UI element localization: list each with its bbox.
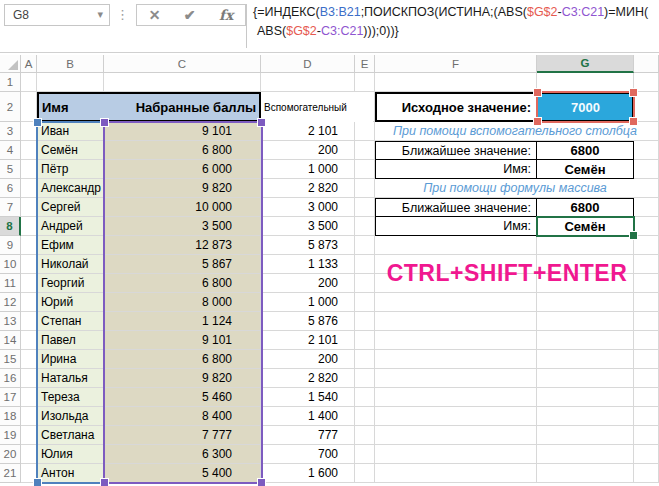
cell-F18[interactable] (375, 407, 537, 426)
cell-F2[interactable] (375, 92, 537, 122)
cell-B12[interactable]: Юрий (37, 293, 104, 312)
cancel-icon[interactable]: ✕ (149, 5, 161, 25)
cell-E17[interactable] (355, 388, 375, 407)
row-header-19[interactable]: 19 (0, 426, 21, 445)
cell-D6[interactable]: 2 820 (261, 179, 355, 198)
row-header-14[interactable]: 14 (0, 331, 21, 350)
col-header-A[interactable]: A (21, 55, 37, 73)
cell-C21[interactable]: 5 400 (104, 464, 261, 483)
cell-D18[interactable]: 1 400 (261, 407, 355, 426)
cell-C13[interactable]: 1 124 (104, 312, 261, 331)
cell-D9[interactable]: 5 873 (261, 236, 355, 255)
cell-D13[interactable]: 5 876 (261, 312, 355, 331)
cell-A7[interactable] (21, 198, 37, 217)
cell-G12[interactable] (537, 293, 634, 312)
cell-H14[interactable] (634, 331, 659, 350)
cell-D11[interactable]: 200 (261, 274, 355, 293)
cell-D4[interactable]: 200 (261, 141, 355, 160)
cell-H6[interactable] (634, 179, 659, 198)
cell-A8[interactable] (21, 217, 37, 236)
cell-C18[interactable]: 8 400 (104, 407, 261, 426)
cell-C2[interactable] (104, 92, 261, 122)
cell-A20[interactable] (21, 445, 37, 464)
cell-C8[interactable]: 3 500 (104, 217, 261, 236)
row-header-12[interactable]: 12 (0, 293, 21, 312)
cell-E2[interactable] (355, 92, 375, 122)
cell-H20[interactable] (634, 445, 659, 464)
row-header-11[interactable]: 11 (0, 274, 21, 293)
cell-F3[interactable] (375, 122, 537, 141)
col-header-G[interactable]: G (537, 55, 634, 73)
cell-H11[interactable] (634, 274, 659, 293)
cell-C7[interactable]: 10 000 (104, 198, 261, 217)
cell-H18[interactable] (634, 407, 659, 426)
cell-H17[interactable] (634, 388, 659, 407)
row-header-2[interactable]: 2 (0, 92, 21, 122)
cell-A1[interactable] (21, 73, 37, 92)
cell-D8[interactable]: 3 500 (261, 217, 355, 236)
cell-H16[interactable] (634, 369, 659, 388)
col-header-F[interactable]: F (375, 55, 537, 73)
cell-B5[interactable]: Пётр (37, 160, 104, 179)
cell-G7[interactable] (537, 198, 634, 217)
cell-H1[interactable] (634, 73, 659, 92)
cell-A4[interactable] (21, 141, 37, 160)
row-header-5[interactable]: 5 (0, 160, 21, 179)
cell-F12[interactable] (375, 293, 537, 312)
cell-C6[interactable]: 9 820 (104, 179, 261, 198)
cell-C14[interactable]: 9 101 (104, 331, 261, 350)
cell-G20[interactable] (537, 445, 634, 464)
cell-C19[interactable]: 7 777 (104, 426, 261, 445)
cell-F16[interactable] (375, 369, 537, 388)
cell-E3[interactable] (355, 122, 375, 141)
cell-C16[interactable]: 9 820 (104, 369, 261, 388)
cell-A21[interactable] (21, 464, 37, 483)
cell-A12[interactable] (21, 293, 37, 312)
cell-C1[interactable] (104, 73, 261, 92)
cell-E12[interactable] (355, 293, 375, 312)
name-box[interactable]: G8 ▾ (4, 4, 110, 26)
cell-E9[interactable] (355, 236, 375, 255)
cell-G14[interactable] (537, 331, 634, 350)
cell-B18[interactable]: Изольда (37, 407, 104, 426)
cell-A10[interactable] (21, 255, 37, 274)
cell-A6[interactable] (21, 179, 37, 198)
cell-D1[interactable] (261, 73, 355, 92)
row-header-16[interactable]: 16 (0, 369, 21, 388)
cell-G11[interactable] (537, 274, 634, 293)
row-header-4[interactable]: 4 (0, 141, 21, 160)
row-header-10[interactable]: 10 (0, 255, 21, 274)
insert-function-icon[interactable]: fx (219, 5, 233, 25)
cell-G19[interactable] (537, 426, 634, 445)
cell-H5[interactable] (634, 160, 659, 179)
cell-A16[interactable] (21, 369, 37, 388)
cell-G3[interactable] (537, 122, 634, 141)
cell-G6[interactable] (537, 179, 634, 198)
cell-B7[interactable]: Сергей (37, 198, 104, 217)
cell-F15[interactable] (375, 350, 537, 369)
cell-G16[interactable] (537, 369, 634, 388)
cell-G18[interactable] (537, 407, 634, 426)
cell-A9[interactable] (21, 236, 37, 255)
cell-B8[interactable]: Андрей (37, 217, 104, 236)
cell-C4[interactable]: 6 800 (104, 141, 261, 160)
row-header-1[interactable]: 1 (0, 73, 21, 92)
cell-E10[interactable] (355, 255, 375, 274)
cell-D3[interactable]: 2 101 (261, 122, 355, 141)
cell-E7[interactable] (355, 198, 375, 217)
cell-G8[interactable] (537, 217, 634, 236)
row-header-6[interactable]: 6 (0, 179, 21, 198)
cell-F17[interactable] (375, 388, 537, 407)
cell-C12[interactable]: 8 000 (104, 293, 261, 312)
cell-A13[interactable] (21, 312, 37, 331)
cell-B21[interactable]: Антон (37, 464, 104, 483)
cell-A2[interactable] (21, 92, 37, 122)
cell-E1[interactable] (355, 73, 375, 92)
cell-C15[interactable]: 6 800 (104, 350, 261, 369)
cell-A19[interactable] (21, 426, 37, 445)
cell-A5[interactable] (21, 160, 37, 179)
cell-C20[interactable]: 6 300 (104, 445, 261, 464)
row-header-13[interactable]: 13 (0, 312, 21, 331)
cell-H7[interactable] (634, 198, 659, 217)
col-header-C[interactable]: C (104, 55, 261, 73)
